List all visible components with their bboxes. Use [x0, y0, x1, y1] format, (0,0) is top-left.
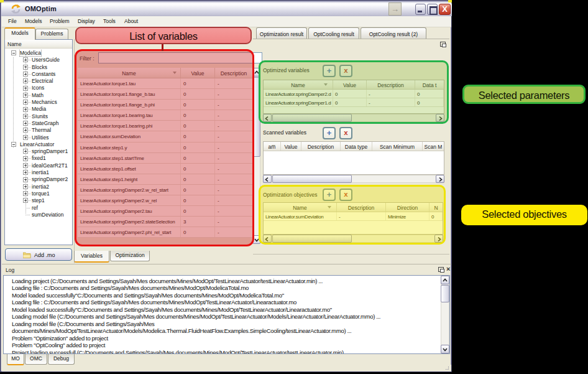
scanned-variables-title: Scanned variables	[263, 129, 306, 136]
tree-item[interactable]: UsersGuide	[5, 57, 72, 63]
tree-expand-icon[interactable]	[23, 135, 28, 140]
tree-item[interactable]: SIunits	[5, 113, 72, 120]
tree-item[interactable]: Modelica	[5, 50, 72, 57]
tree-item[interactable]: Utilities	[5, 134, 72, 141]
tree-expand-icon[interactable]	[23, 184, 28, 189]
tree-expand-icon[interactable]	[23, 57, 28, 62]
annotation-label-selected-parameters: Selected parameters	[462, 85, 586, 104]
tab-problems[interactable]: Problems	[35, 29, 68, 40]
model-tree: Modelica UsersGuide Blocks Const	[5, 50, 72, 244]
tree-item[interactable]: Electrical	[5, 78, 72, 85]
tree-item[interactable]: Math	[5, 92, 72, 99]
tree-expand-icon[interactable]	[23, 156, 28, 161]
tree-item[interactable]: fixed1	[5, 155, 72, 162]
tree-expand-icon[interactable]	[11, 142, 16, 147]
tree-expand-icon[interactable]	[23, 100, 28, 105]
tab-debug[interactable]: Debug	[48, 354, 75, 365]
resize-grip[interactable]	[446, 367, 449, 370]
menu-item[interactable]: Models	[25, 18, 42, 24]
tab-optimization-result[interactable]: Optimization result	[256, 27, 307, 39]
log-close-icon[interactable]: ×	[446, 266, 450, 272]
menu-item[interactable]: Problem	[50, 18, 70, 24]
scroll-right-icon[interactable]	[436, 175, 444, 183]
scroll-down-icon[interactable]	[441, 345, 449, 353]
tree-expand-icon[interactable]	[23, 128, 28, 133]
tree-expand-icon[interactable]	[23, 78, 28, 83]
tree-item[interactable]: inertia2	[5, 184, 72, 190]
close-button[interactable]: X	[439, 4, 451, 15]
scroll-thumb[interactable]	[272, 175, 352, 183]
scroll-left-icon[interactable]	[263, 175, 272, 183]
tree-expand-icon[interactable]	[23, 72, 28, 77]
tree-item[interactable]: springDamper1	[5, 148, 72, 155]
tree-expand-icon[interactable]	[23, 191, 28, 196]
maximize-button[interactable]	[427, 4, 438, 15]
folder-icon	[23, 251, 31, 258]
right-pane-separator	[253, 39, 449, 39]
tree-expand-icon[interactable]	[23, 65, 28, 70]
tree-item-label: Modelica	[20, 50, 41, 56]
tab-mo[interactable]: MO	[7, 354, 24, 365]
tree-item[interactable]: Icons	[5, 85, 72, 91]
log-line: Model loaded successfully"C:/Documents a…	[4, 292, 449, 299]
column-header[interactable]: Data type	[341, 142, 372, 151]
float-panel-icon[interactable]	[440, 42, 446, 47]
tree-expand-icon[interactable]	[23, 121, 28, 126]
column-header[interactable]: Scan Minimum	[372, 142, 423, 151]
tree-expand-icon[interactable]	[23, 107, 28, 112]
tree-item[interactable]: StateGraph	[5, 120, 72, 127]
tree-item-label: Blocks	[32, 64, 47, 70]
tree-item[interactable]: inertia1	[5, 169, 72, 176]
remove-scanned-variable-button[interactable]: x	[339, 127, 352, 139]
tree-item[interactable]: Mechanics	[5, 99, 72, 106]
add-scanned-variable-button[interactable]: +	[323, 127, 336, 139]
tree-item-label: UsersGuide	[32, 57, 60, 63]
menu-item[interactable]: Tools	[103, 18, 116, 24]
tree-expand-icon[interactable]	[23, 114, 28, 119]
tab-optimization[interactable]: Optimization	[110, 251, 150, 261]
tree-item[interactable]: torque1	[5, 190, 72, 197]
tree-expand-icon[interactable]	[23, 170, 28, 175]
menu-item[interactable]: About	[124, 18, 138, 24]
add-mo-button[interactable]: Add .mo	[5, 248, 72, 261]
tree-item[interactable]: step1	[5, 197, 72, 204]
tab-models[interactable]: Models	[4, 27, 35, 40]
tab-optcooling-result-2[interactable]: OptCooling result (2)	[361, 27, 426, 39]
toolbar-extension-arrow-icon[interactable]: →	[388, 2, 402, 16]
tree-item[interactable]: ref	[5, 205, 72, 212]
menu-item[interactable]: File	[8, 18, 17, 24]
tree-item[interactable]: Blocks	[5, 64, 72, 71]
column-header[interactable]: Description	[301, 142, 341, 151]
minimize-button[interactable]	[415, 4, 426, 15]
titlebar[interactable]: OMOptim → X	[1, 1, 452, 16]
log-title: Log	[6, 267, 14, 273]
log-output[interactable]: Loading project (C:/Documents and Settin…	[3, 275, 450, 354]
column-header[interactable]: Scan M	[423, 142, 444, 151]
tree-item[interactable]: Thermal	[5, 127, 72, 134]
tree-expand-icon[interactable]	[23, 86, 28, 91]
scroll-thumb[interactable]	[441, 285, 449, 302]
tree-expand-icon[interactable]	[23, 177, 28, 182]
tab-omc[interactable]: OMC	[25, 354, 47, 365]
tree-expand-icon[interactable]	[11, 50, 16, 55]
tree-expand-icon[interactable]	[23, 93, 28, 98]
tree-item[interactable]: springDamper2	[5, 176, 72, 183]
tree-item[interactable]: sumDeviation	[5, 212, 72, 218]
log-line: Loading file : C:/Documents and Settings…	[4, 284, 449, 291]
column-header[interactable]: am	[264, 142, 281, 151]
tab-optcooling-result[interactable]: OptCooling result	[308, 27, 359, 39]
tree-expand-icon[interactable]	[23, 149, 28, 154]
tree-item[interactable]: Constants	[5, 71, 72, 78]
tab-variables[interactable]: Variables	[74, 251, 109, 263]
tree-expand-icon[interactable]	[23, 198, 28, 203]
scroll-up-icon[interactable]	[441, 276, 449, 284]
tree-expand-icon[interactable]	[23, 163, 28, 168]
menu-item[interactable]: Display	[78, 18, 95, 24]
column-header[interactable]: Value	[281, 142, 301, 151]
tree-item[interactable]: LinearActuator	[5, 141, 72, 148]
tree-item[interactable]: idealGearR2T1	[5, 162, 72, 169]
tree-column-header[interactable]: Name	[5, 40, 72, 49]
tree-item[interactable]: Media	[5, 106, 72, 113]
log-float-icon[interactable]	[438, 267, 444, 272]
tree-item-label: sumDeviation	[32, 212, 64, 218]
